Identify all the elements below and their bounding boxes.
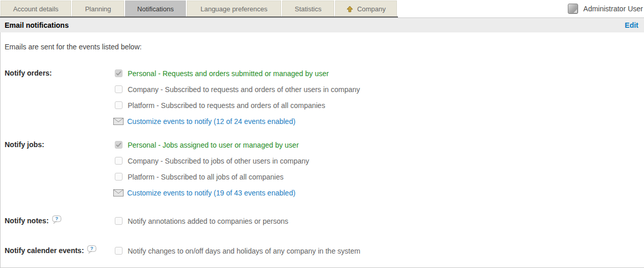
orders-platform-checkbox[interactable] — [115, 101, 123, 109]
svg-text:?: ? — [90, 245, 93, 251]
page-title: Email notifications — [5, 21, 68, 29]
calendar-changes-checkbox[interactable] — [115, 247, 123, 255]
orders-platform-label: Platform - Subscribed to requests and or… — [128, 101, 325, 110]
jobs-customize-link[interactable]: Customize events to notify (19 of 43 eve… — [127, 189, 295, 197]
tab-strip: Account details Planning Notifications L… — [0, 1, 398, 17]
notify-jobs-label: Notify jobs: — [5, 137, 44, 153]
notify-calendar-label-col: Notify calender events: ? — [5, 243, 115, 259]
user-menu[interactable]: Administrator User — [568, 4, 644, 14]
jobs-customize-row: Customize events to notify (19 of 43 eve… — [113, 185, 644, 201]
notify-notes-label-col: Notify notes: ? — [5, 213, 115, 229]
tab-notifications[interactable]: Notifications — [125, 1, 186, 16]
avatar-fold-decoration — [573, 9, 577, 13]
tab-company-label: Company — [357, 5, 386, 13]
user-name: Administrator User — [583, 5, 643, 13]
notify-jobs-rows: Personal - Jobs assigned to user or mana… — [115, 137, 644, 201]
notes-annotations-checkbox[interactable] — [115, 217, 123, 225]
orders-company-checkbox[interactable] — [115, 85, 123, 93]
orders-personal-row: Personal - Requests and orders submitted… — [115, 65, 644, 81]
orders-personal-label: Personal - Requests and orders submitted… — [128, 69, 329, 78]
notes-annotations-label: Notify annotations added to companies or… — [128, 217, 288, 225]
email-notifications-panel: Emails are sent for the events listed be… — [0, 32, 644, 268]
notify-calendar-section: Notify calender events: ? Notify changes… — [5, 243, 644, 259]
envelope-icon — [113, 189, 124, 196]
jobs-company-checkbox[interactable] — [115, 157, 123, 165]
calendar-changes-row: Notify changes to on/off days and holida… — [115, 243, 644, 259]
jobs-personal-checkbox — [115, 141, 123, 149]
notify-notes-section: Notify notes: ? Notify annotations added… — [5, 213, 644, 229]
checkmark-icon — [116, 142, 121, 147]
jobs-platform-checkbox[interactable] — [115, 173, 123, 181]
notify-orders-label: Notify orders: — [5, 65, 52, 81]
edit-link[interactable]: Edit — [625, 21, 638, 29]
orders-personal-checkbox — [115, 69, 123, 77]
notify-calendar-rows: Notify changes to on/off days and holida… — [115, 243, 644, 259]
orders-platform-row: Platform - Subscribed to requests and or… — [115, 97, 644, 113]
tab-account-details[interactable]: Account details — [1, 1, 71, 16]
jobs-platform-row: Platform - Subscribed to all jobs of all… — [115, 169, 644, 185]
orders-company-label: Company - Subscribed to requests and ord… — [128, 85, 360, 94]
help-bubble-icon[interactable]: ? — [87, 245, 97, 254]
top-tab-bar: Account details Planning Notifications L… — [0, 0, 644, 17]
notify-jobs-label-col: Notify jobs: — [5, 137, 115, 153]
notify-orders-label-col: Notify orders: — [5, 65, 115, 81]
checkmark-icon — [116, 71, 121, 76]
envelope-icon — [113, 118, 124, 125]
notes-annotations-row: Notify annotations added to companies or… — [115, 213, 644, 229]
orders-company-row: Company - Subscribed to requests and ord… — [115, 81, 644, 97]
notify-orders-rows: Personal - Requests and orders submitted… — [115, 65, 644, 129]
help-bubble-icon[interactable]: ? — [52, 216, 62, 224]
calendar-changes-label: Notify changes to on/off days and holida… — [128, 247, 360, 255]
tab-company[interactable]: Company — [335, 1, 397, 16]
notify-calendar-label: Notify calender events: — [5, 243, 84, 259]
notify-orders-section: Notify orders: Personal - Requests and o… — [5, 65, 644, 129]
tab-statistics[interactable]: Statistics — [282, 1, 334, 16]
user-avatar-icon — [568, 4, 578, 14]
jobs-company-label: Company - Subscribed to jobs of other us… — [128, 157, 309, 165]
orders-customize-row: Customize events to notify (12 of 24 eve… — [113, 113, 644, 129]
orders-customize-link[interactable]: Customize events to notify (12 of 24 eve… — [127, 117, 295, 126]
jobs-platform-label: Platform - Subscribed to all jobs of all… — [128, 173, 284, 181]
notify-notes-label: Notify notes: — [5, 213, 49, 229]
notify-jobs-section: Notify jobs: Personal - Jobs assigned to… — [5, 137, 644, 201]
jobs-personal-label: Personal - Jobs assigned to user or mana… — [128, 141, 299, 149]
jobs-company-row: Company - Subscribed to jobs of other us… — [115, 153, 644, 169]
tab-language-preferences[interactable]: Language preferences — [187, 1, 281, 16]
gold-up-arrow-icon — [346, 6, 353, 12]
jobs-personal-row: Personal - Jobs assigned to user or mana… — [115, 137, 644, 153]
email-notifications-header: Email notifications Edit — [0, 17, 644, 32]
notify-notes-rows: Notify annotations added to companies or… — [115, 213, 644, 229]
intro-text: Emails are sent for the events listed be… — [5, 43, 644, 51]
tab-planning[interactable]: Planning — [72, 1, 124, 16]
svg-text:?: ? — [55, 216, 58, 221]
